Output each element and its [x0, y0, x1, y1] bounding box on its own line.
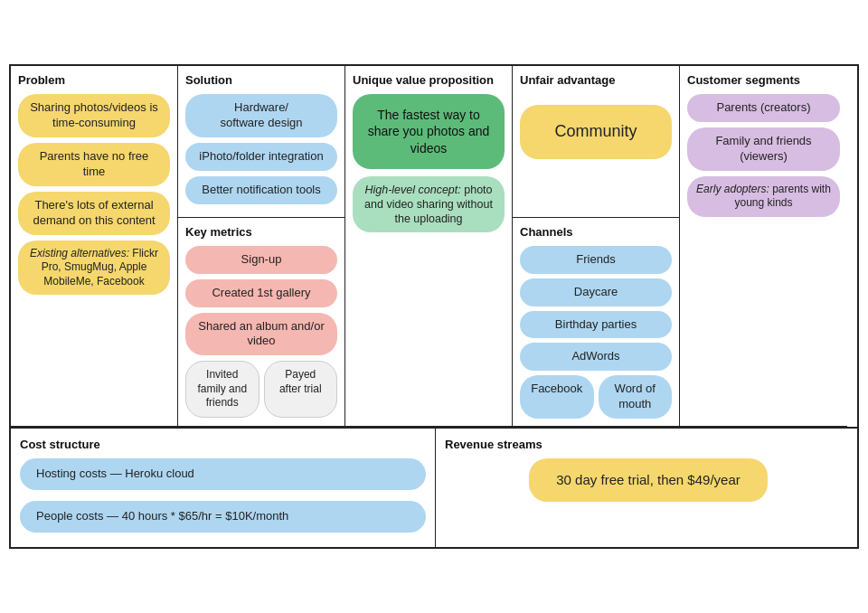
unfair-cell: Unfair advantage Community	[513, 66, 680, 218]
metrics-sub-row: Invited family and friends Payed after t…	[185, 361, 337, 418]
segments-card-3: Early adopters: parents with young kinds	[687, 176, 840, 217]
main-grid: Problem Sharing photos/videos is time-co…	[11, 66, 857, 429]
channels-grid: Friends Daycare Birthday parties AdWords…	[520, 246, 672, 419]
solution-cell: Solution Hardware/software design iPhoto…	[178, 66, 345, 218]
channels-header: Channels	[520, 225, 672, 239]
lean-canvas: Problem Sharing photos/videos is time-co…	[9, 64, 859, 549]
metrics-sub-card-1: Invited family and friends	[185, 361, 259, 418]
cost-cards: Hosting costs — Heroku cloud People cost…	[20, 458, 426, 538]
solution-card-2: iPhoto/folder integration	[185, 143, 337, 171]
cost-card-1: Hosting costs — Heroku cloud	[20, 458, 426, 490]
problem-card-2: Parents have no free time	[18, 143, 170, 186]
problem-cell: Problem Sharing photos/videos is time-co…	[11, 66, 178, 427]
problem-header: Problem	[18, 73, 170, 87]
problem-card-1: Sharing photos/videos is time-consuming	[18, 94, 170, 137]
channel-card-1: Friends	[520, 246, 672, 274]
revenue-card-1: 30 day free trial, then $49/year	[529, 458, 767, 502]
metrics-card-1: Sign-up	[185, 246, 337, 274]
problem-card-3: There's lots of external demand on this …	[18, 192, 170, 235]
revenue-cards: 30 day free trial, then $49/year	[445, 458, 852, 507]
solution-card-3: Better notification tools	[185, 176, 337, 204]
keymetrics-cell: Key metrics Sign-up Created 1st gallery …	[178, 218, 345, 427]
uvp-cell: Unique value proposition The fastest way…	[345, 66, 513, 427]
channel-card-4: AdWords	[520, 343, 672, 371]
metrics-sub-card-2: Payed after trial	[264, 361, 338, 418]
cost-header: Cost structure	[20, 438, 426, 451]
segments-card-2: Family and friends (viewers)	[687, 127, 840, 171]
segments-header: Customer segments	[687, 73, 840, 87]
bottom-row: Cost structure Hosting costs — Heroku cl…	[11, 429, 857, 547]
revenue-cell: Revenue streams 30 day free trial, then …	[436, 429, 861, 547]
solution-header: Solution	[185, 73, 337, 87]
uvp-header: Unique value proposition	[353, 73, 505, 87]
channel-card-3: Birthday parties	[520, 311, 672, 339]
channel-card-2: Daycare	[520, 278, 672, 306]
metrics-card-2: Created 1st gallery	[185, 279, 337, 307]
unfair-card-1: Community	[520, 105, 672, 158]
channel-card-5: Facebook	[520, 375, 594, 419]
revenue-header: Revenue streams	[445, 438, 852, 451]
uvp-card-1: The fastest way to share you photos and …	[353, 94, 505, 169]
problem-card-4: Existing alternatives: Flickr Pro, SmugM…	[18, 240, 170, 296]
channels-cell: Channels Friends Daycare Birthday partie…	[513, 218, 680, 427]
channel-card-6: Word of mouth	[599, 375, 673, 419]
solution-card-1: Hardware/software design	[185, 94, 337, 137]
segments-cell: Customer segments Parents (creators) Fam…	[680, 66, 847, 427]
cost-cell: Cost structure Hosting costs — Heroku cl…	[11, 429, 436, 547]
cost-card-2: People costs — 40 hours * $65/hr = $10K/…	[20, 501, 426, 533]
metrics-card-3: Shared an album and/or video	[185, 313, 337, 356]
keymetrics-header: Key metrics	[185, 225, 337, 239]
uvp-card-2: High-level concept: photo and video shar…	[353, 176, 505, 233]
segments-card-1: Parents (creators)	[687, 94, 840, 122]
unfair-header: Unfair advantage	[520, 73, 672, 87]
